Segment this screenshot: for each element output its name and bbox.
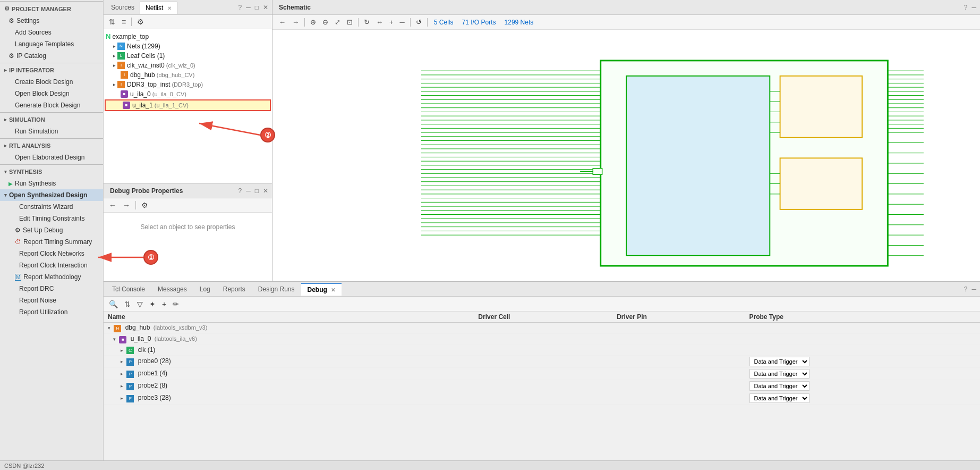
sidebar-item-create-block-design[interactable]: Create Block Design xyxy=(0,76,103,88)
tab-tcl-console[interactable]: Tcl Console xyxy=(106,283,151,295)
sidebar-item-generate-block-design[interactable]: Generate Block Design xyxy=(0,99,103,111)
netlist-tab-close[interactable]: ✕ xyxy=(167,5,172,11)
probe3-type-select[interactable]: Data and Trigger Data Trigger xyxy=(749,393,809,403)
sch-io-stat[interactable]: 71 I/O Ports xyxy=(459,18,499,27)
sch-expand-btn[interactable]: ↔ xyxy=(374,17,385,27)
sch-add-btn[interactable]: + xyxy=(387,17,396,27)
tab-design-runs[interactable]: Design Runs xyxy=(252,283,301,295)
sidebar-item-report-clock-networks[interactable]: Report Clock Networks xyxy=(0,248,103,259)
tab-log[interactable]: Log xyxy=(193,283,217,295)
probe1-type-select[interactable]: Data and Trigger Data Trigger xyxy=(749,369,809,379)
expand-probe3[interactable]: ▸ xyxy=(121,396,123,401)
netlist-maximize-btn[interactable]: □ xyxy=(253,3,260,12)
netlist-help-btn[interactable]: ? xyxy=(237,3,244,12)
table-row-probe3[interactable]: ▸ P probe3 (28) Data and Trigger Data xyxy=(104,392,980,405)
sidebar-item-open-synthesized-design[interactable]: ▾ Open Synthesized Design xyxy=(0,189,103,201)
dbg-probe-back-btn[interactable]: ← xyxy=(107,200,118,211)
schematic-view[interactable] xyxy=(272,30,980,281)
debug-filter-btn[interactable]: ▽ xyxy=(135,299,145,309)
ni-clk-wiz[interactable]: ▸ I clk_wiz_inst0 (clk_wiz_0) xyxy=(104,61,272,70)
sch-back-btn[interactable]: ← xyxy=(277,17,288,27)
section-header-synthesis[interactable]: ▾ SYNTHESIS xyxy=(0,166,103,178)
expand-clk[interactable]: ▸ xyxy=(121,348,123,353)
sch-zoom-in-btn[interactable]: ⊕ xyxy=(308,17,318,27)
sidebar-item-ip-catalog[interactable]: ⚙ IP Catalog xyxy=(0,50,103,62)
debug-tab-close[interactable]: ✕ xyxy=(331,287,335,293)
sch-zoom-out-btn[interactable]: ⊖ xyxy=(320,17,330,27)
tab-messages[interactable]: Messages xyxy=(151,283,193,295)
sch-reload-btn[interactable]: ↺ xyxy=(414,17,424,27)
sidebar-item-report-clock-interaction[interactable]: Report Clock Interaction xyxy=(0,259,103,271)
tab-debug[interactable]: Debug ✕ xyxy=(301,283,342,296)
dbg-probe-maximize-btn[interactable]: □ xyxy=(253,187,260,195)
expand-probe0[interactable]: ▸ xyxy=(121,359,123,364)
sch-forward-btn[interactable]: → xyxy=(290,17,301,27)
sidebar-item-language-templates[interactable]: Language Templates xyxy=(0,38,103,50)
debug-add-btn[interactable]: ✦ xyxy=(147,299,158,309)
expand-u-ila-0[interactable]: ▾ xyxy=(113,337,116,342)
table-row-dbg-hub[interactable]: ▾ H dbg_hub (labtools_xsdbm_v3) xyxy=(104,323,980,334)
sidebar-item-report-drc[interactable]: Report DRC xyxy=(0,283,103,295)
sidebar-item-constraints-wizard[interactable]: Constraints Wizard xyxy=(0,201,103,213)
dbg-probe-settings-btn[interactable]: ⚙ xyxy=(139,200,150,211)
sidebar-item-open-block-design[interactable]: Open Block Design xyxy=(0,88,103,99)
table-row-probe0[interactable]: ▸ P probe0 (28) Data and Trigger Data xyxy=(104,356,980,368)
sidebar-item-open-elaborated-design[interactable]: Open Elaborated Design xyxy=(0,152,103,163)
probe0-type-select[interactable]: Data and Trigger Data Trigger xyxy=(749,357,809,366)
sch-select-btn[interactable]: ⊡ xyxy=(345,17,355,27)
netlist-minimize-btn[interactable]: ─ xyxy=(244,3,252,12)
sch-rotate-btn[interactable]: ↻ xyxy=(362,17,372,27)
dbg-probe-forward-btn[interactable]: → xyxy=(121,200,132,211)
schematic-help-btn[interactable]: ? xyxy=(962,3,969,12)
table-row-probe2[interactable]: ▸ P probe2 (8) Data and Trigger Data xyxy=(104,380,980,392)
sch-minus-btn[interactable]: ─ xyxy=(398,17,407,27)
sch-nets-stat[interactable]: 1299 Nets xyxy=(501,18,537,27)
ni-u-ila-1[interactable]: ■ u_ila_1 (u_ila_1_CV) xyxy=(105,99,271,111)
ni-nets[interactable]: ▸ N Nets (1299) xyxy=(104,41,272,51)
ni-example-top[interactable]: N example_top xyxy=(104,31,272,41)
sort-btn[interactable]: ⇅ xyxy=(107,16,117,27)
section-header-simulation[interactable]: ▸ SIMULATION xyxy=(0,114,103,125)
sidebar-item-report-utilization[interactable]: Report Utilization xyxy=(0,306,103,318)
sidebar-item-report-methodology[interactable]: M Report Methodology xyxy=(0,271,103,283)
dbg-probe-close-btn[interactable]: ✕ xyxy=(261,187,270,195)
sidebar-item-edit-timing-constraints[interactable]: Edit Timing Constraints xyxy=(0,213,103,224)
probe2-type-select[interactable]: Data and Trigger Data Trigger xyxy=(749,381,809,391)
expand-dbg-hub[interactable]: ▾ xyxy=(108,325,110,331)
tab-sources[interactable]: Sources xyxy=(106,2,140,13)
sidebar-item-run-synthesis[interactable]: ▶ Run Synthesis xyxy=(0,178,103,189)
ni-u-ila-0[interactable]: ■ u_ila_0 (u_ila_0_CV) xyxy=(104,89,272,99)
table-row-probe1[interactable]: ▸ P probe1 (4) Data and Trigger Data xyxy=(104,368,980,380)
tab-reports[interactable]: Reports xyxy=(217,283,252,295)
debug-sort-btn[interactable]: ⇅ xyxy=(122,299,133,309)
dbg-probe-help-btn[interactable]: ? xyxy=(237,187,244,195)
sidebar-item-report-timing-summary[interactable]: ⏱ Report Timing Summary xyxy=(0,236,103,248)
sidebar-item-add-sources[interactable]: Add Sources xyxy=(0,27,103,38)
sidebar-item-set-up-debug[interactable]: ⚙ Set Up Debug xyxy=(0,224,103,236)
sch-cells-stat[interactable]: 5 Cells xyxy=(431,18,457,27)
bottom-minimize-btn[interactable]: ─ xyxy=(970,285,978,293)
expand-probe1[interactable]: ▸ xyxy=(121,371,123,376)
expand-probe2[interactable]: ▸ xyxy=(121,383,123,389)
ni-dbg-hub[interactable]: I dbg_hub (dbg_hub_CV) xyxy=(104,70,272,80)
settings-btn[interactable]: ⚙ xyxy=(135,16,146,27)
netlist-close-btn[interactable]: ✕ xyxy=(261,3,270,12)
section-header-ip-integrator[interactable]: ▸ IP INTEGRATOR xyxy=(0,64,103,76)
ni-ddr3[interactable]: ▸ I DDR3_top_inst (DDR3_top) xyxy=(104,80,272,89)
table-row-u-ila-0[interactable]: ▾ ■ u_ila_0 (labtools_ila_v6) xyxy=(104,334,980,345)
expand-btn[interactable]: ≡ xyxy=(120,16,128,27)
debug-remove-btn[interactable]: ✏ xyxy=(171,299,181,309)
schematic-minimize-btn[interactable]: ─ xyxy=(970,3,978,12)
ni-leaf-cells[interactable]: ▸ L Leaf Cells (1) xyxy=(104,51,272,61)
sidebar-item-settings[interactable]: ⚙ Settings xyxy=(0,15,103,27)
sidebar-item-report-noise[interactable]: Report Noise xyxy=(0,295,103,306)
sch-fit-btn[interactable]: ⤢ xyxy=(333,17,343,27)
table-row-clk[interactable]: ▸ C clk (1) xyxy=(104,345,980,356)
section-header-project-manager[interactable]: ⚙ PROJECT MANAGER xyxy=(0,3,103,15)
debug-search-btn[interactable]: 🔍 xyxy=(107,299,120,309)
dbg-probe-minimize-btn[interactable]: ─ xyxy=(244,187,252,195)
section-header-rtl-analysis[interactable]: ▸ RTL ANALYSIS xyxy=(0,140,103,152)
bottom-help-btn[interactable]: ? xyxy=(962,285,969,293)
tab-netlist[interactable]: Netlist ✕ xyxy=(140,2,177,14)
sidebar-item-run-simulation[interactable]: Run Simulation xyxy=(0,125,103,137)
